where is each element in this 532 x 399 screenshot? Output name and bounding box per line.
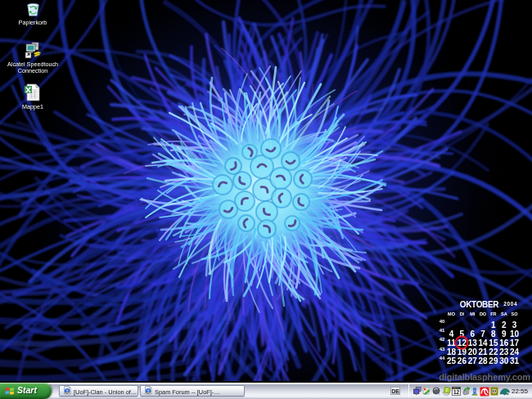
svg-text:12: 12 xyxy=(453,389,460,395)
